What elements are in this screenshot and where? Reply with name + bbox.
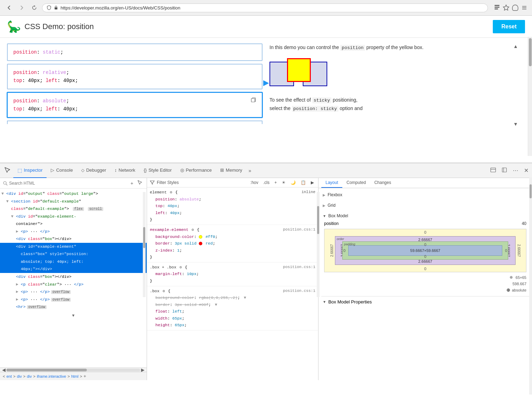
element-picker-button[interactable] — [1, 165, 13, 176]
refresh-button[interactable] — [29, 3, 39, 13]
code-box-static[interactable]: position: static; — [7, 43, 262, 61]
color-swatch-yellow[interactable] — [199, 235, 202, 239]
css-decl-border[interactable]: border: 3px solid red; — [150, 240, 315, 247]
subtab-changes[interactable]: Changes — [370, 178, 395, 188]
css-decl-bg-strikethrough[interactable]: background-color: rgba(0,0,255,.2); ▼ — [150, 294, 315, 301]
close-devtools-button[interactable]: ✕ — [522, 166, 531, 175]
html-line-p1[interactable]: ► <p> ··· </p> — [0, 228, 147, 235]
hov-button[interactable]: :hov — [249, 179, 260, 186]
breadcrumb-ent[interactable]: ent — [6, 374, 12, 378]
margin-left-val: 2.66667 — [330, 244, 334, 257]
css-selector-row: #example-element ⚙ { position.css:1 — [150, 226, 315, 233]
style-editor-tab-icon: {} — [144, 167, 147, 173]
browser-action-icons — [493, 4, 528, 11]
css-decl-position[interactable]: position: absolute; — [150, 196, 315, 203]
subtab-layout[interactable]: Layout — [321, 178, 342, 188]
html-line-p-overflow2[interactable]: ► <p> ··· </p>overflow — [0, 296, 147, 303]
color-swatch-red[interactable] — [199, 242, 202, 245]
code-box-relative[interactable]: position: relative; top: 40px; left: 40p… — [7, 64, 262, 89]
light-mode-button[interactable]: ☀ — [280, 179, 287, 186]
css-decl-top[interactable]: top: 40px; — [150, 203, 315, 210]
layout-panel-scroll[interactable] — [529, 178, 532, 380]
html-line-container[interactable]: container"> — [0, 220, 147, 228]
grid-header[interactable]: ▶ Grid — [321, 201, 529, 209]
html-line-p-clear[interactable]: ► <p class="clear"> ··· </p> — [0, 281, 147, 288]
scroll-up-arrow[interactable]: ▲ — [513, 43, 518, 49]
search-icon — [3, 181, 8, 186]
pocket-icon[interactable] — [512, 4, 519, 11]
memory-tab-icon: ⊞ — [220, 167, 224, 173]
tab-style-editor[interactable]: {} Style Editor — [139, 163, 176, 178]
undock-button[interactable] — [499, 166, 509, 176]
breadcrumb-div1[interactable]: div — [17, 374, 22, 378]
css-decl-width[interactable]: width: 65px; — [150, 315, 315, 322]
url-text: https://developer.mozilla.org/en-US/docs… — [61, 5, 180, 11]
more-tabs-button[interactable]: » — [246, 166, 253, 175]
html-line-example-class[interactable]: class="box" style="position: — [0, 250, 147, 258]
breadcrumb-html[interactable]: html — [71, 374, 78, 378]
box-model-visualization: 0 0 2.66667 2.66667 order 2.66667 2.6666… — [324, 229, 526, 272]
code-box-absolute[interactable]: position: absolute; top: 40px; left: 40p… — [7, 92, 262, 118]
copy-button[interactable] — [251, 97, 256, 104]
css-decl-bg-color[interactable]: background-color: #ff0; — [150, 233, 315, 240]
forward-button[interactable] — [17, 3, 27, 13]
cls-button[interactable]: .cls — [262, 179, 271, 186]
css-decl-height[interactable]: height: 65px; — [150, 322, 315, 329]
html-line-p-overflow1[interactable]: ► <p> ··· </p>overflow — [0, 288, 147, 296]
screenshot-button[interactable]: 📋 — [299, 179, 307, 186]
dock-side-button[interactable] — [488, 166, 498, 176]
html-line-div-box1[interactable]: <div class="box"></div> — [0, 235, 147, 243]
html-panel-scroll[interactable] — [143, 192, 146, 297]
tab-memory[interactable]: ⊞ Memory — [216, 163, 246, 178]
flexbox-header[interactable]: ▶ Flexbox — [321, 191, 529, 199]
css-decl-left[interactable]: left: 40px; — [150, 210, 315, 217]
html-line-example-end[interactable]: 40px;"></div> — [0, 265, 147, 273]
subtab-computed[interactable]: Computed — [342, 178, 370, 188]
breadcrumb-iframe[interactable]: iframe.interactive — [37, 374, 66, 378]
url-bar[interactable]: https://developer.mozilla.org/en-US/docs… — [42, 4, 488, 12]
page-logo: 🦕 CSS Demo: position — [7, 20, 94, 33]
tab-performance[interactable]: ◎ Performance — [176, 163, 216, 178]
settings-button[interactable]: ⋯ — [511, 166, 520, 175]
css-decl-float[interactable]: float: left; — [150, 308, 315, 315]
html-line-section-class[interactable]: class="default-example"> flex scroll — [0, 205, 147, 213]
bookmarks-icon[interactable] — [493, 4, 500, 11]
debugger-tab-icon: ◇ — [81, 168, 84, 173]
responsive-button[interactable]: ▶ — [309, 179, 315, 186]
dark-mode-button[interactable]: 🌙 — [289, 179, 297, 186]
html-line-example-style[interactable]: absolute; top: 40px; left: — [0, 258, 147, 266]
html-line-container-div[interactable]: ▼ <div id="example-element- — [0, 213, 147, 220]
css-decl-zindex[interactable]: z-index: 1; — [150, 247, 315, 254]
box-model-properties-section: ▼ Box Model Properties — [321, 296, 529, 306]
html-horizontal-scrollbar[interactable]: ◀ ▶ — [0, 368, 147, 372]
css-decl-border-strikethrough[interactable]: border: 3px solid #00f; ▼ — [150, 301, 315, 308]
pick-element-button[interactable] — [136, 179, 144, 187]
reset-button[interactable]: Reset — [493, 20, 525, 33]
html-line-hr[interactable]: <hr>overflow — [0, 303, 147, 311]
html-line-section[interactable]: ▼ <section id="default-example" — [0, 198, 147, 205]
menu-icon[interactable] — [521, 4, 528, 11]
tab-inspector[interactable]: ⬚ Inspector — [13, 163, 47, 178]
bm-properties-header[interactable]: ▼ Box Model Properties — [321, 298, 529, 306]
add-rule-button[interactable]: + — [273, 179, 278, 186]
page-scrollbar[interactable] — [528, 37, 532, 156]
breadcrumb-expand[interactable]: + — [84, 374, 86, 379]
html-search-input[interactable] — [9, 181, 128, 186]
add-element-button[interactable]: + — [129, 180, 135, 187]
tab-console[interactable]: ▷ Console — [47, 163, 77, 178]
css-decl-margin-left[interactable]: margin-left: 10px; — [150, 271, 315, 278]
flexbox-arrow: ▶ — [323, 193, 326, 197]
html-line-div-output[interactable]: ▼ <div id="output" class="output large"> — [0, 190, 147, 198]
scroll-down-arrow[interactable]: ▼ — [513, 121, 518, 127]
tab-network[interactable]: ↕ Network — [110, 163, 139, 178]
html-scroll-down[interactable]: ▼ — [0, 311, 147, 321]
star-icon[interactable] — [503, 4, 510, 11]
tab-debugger[interactable]: ◇ Debugger — [77, 163, 110, 178]
html-line-div-box2[interactable]: <div class="box"></div> — [0, 273, 147, 281]
layout-content: ▶ Flexbox ▶ Grid ▼ Box M — [318, 188, 532, 380]
box-model-header[interactable]: ▼ Box Model — [321, 212, 529, 220]
html-line-example-element[interactable]: <div id="example-element" — [0, 243, 147, 251]
css-panel-scroll[interactable] — [317, 192, 318, 297]
back-button[interactable] — [4, 3, 14, 13]
breadcrumb-div2[interactable]: div — [27, 374, 32, 378]
